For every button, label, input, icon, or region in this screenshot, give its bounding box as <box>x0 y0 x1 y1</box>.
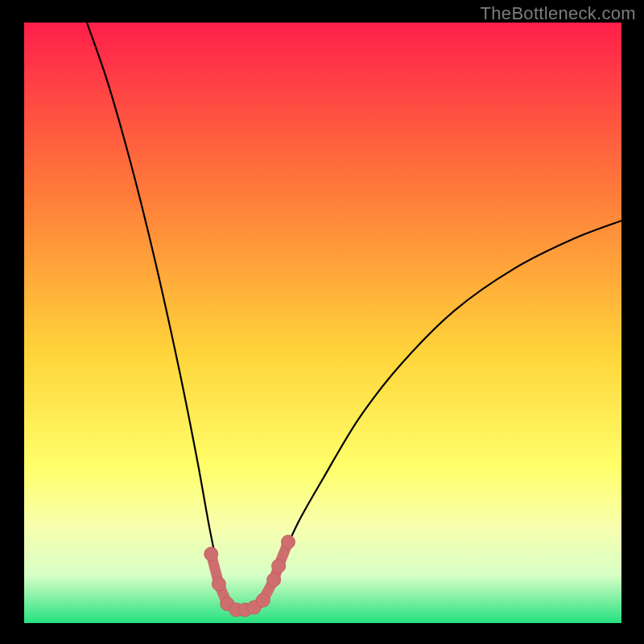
bottleneck-chart <box>0 0 644 644</box>
marker-dot <box>267 573 281 587</box>
watermark-text: TheBottleneck.com <box>481 3 636 24</box>
marker-dot <box>204 547 218 561</box>
marker-dot <box>272 559 286 573</box>
marker-dot <box>256 593 270 607</box>
marker-dot <box>281 535 295 549</box>
plot-gradient-background <box>24 23 621 623</box>
marker-dot <box>212 577 225 591</box>
